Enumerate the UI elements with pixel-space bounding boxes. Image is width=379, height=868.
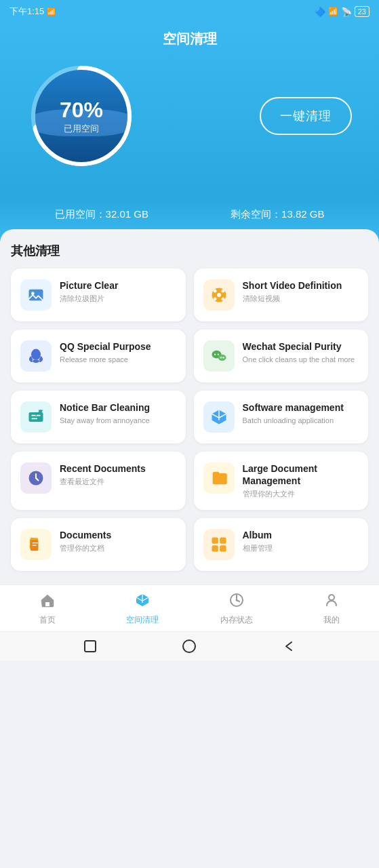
- space-clean-icon: [134, 592, 151, 612]
- section-title: 其他清理: [11, 243, 368, 259]
- picture-clear-text: Picture Clear 清除垃圾图片: [60, 279, 176, 303]
- card-large-doc[interactable]: Large Document Management 管理你的大文件: [194, 452, 369, 510]
- status-right: 🔷 📶 📡 23: [315, 6, 370, 17]
- notice-bar-desc: Stay away from annoyance: [60, 416, 176, 425]
- mine-icon: [323, 592, 340, 612]
- svg-point-15: [217, 354, 218, 355]
- software-mgmt-text: Software management Batch unloading appl…: [243, 401, 359, 425]
- android-home-btn[interactable]: [182, 639, 197, 654]
- svg-rect-26: [212, 545, 218, 551]
- picture-clear-desc: 清除垃圾图片: [60, 294, 176, 303]
- card-documents[interactable]: Documents 管理你的文档: [11, 518, 186, 571]
- gauge-label: 已用空间: [64, 123, 99, 135]
- nav-home[interactable]: 首页: [0, 592, 95, 626]
- gauge-percent: 70%: [60, 98, 103, 123]
- svg-point-5: [213, 290, 216, 293]
- qq-special-desc: Release more space: [60, 355, 176, 364]
- bluetooth-icon: 🔷: [315, 7, 325, 17]
- svg-point-10: [31, 349, 41, 360]
- gauge-container: 70% 已用空间: [27, 62, 136, 170]
- software-mgmt-desc: Batch unloading application: [243, 416, 359, 425]
- short-video-desc: 清除短视频: [243, 294, 359, 303]
- wechat-icon: [203, 340, 235, 372]
- large-doc-title: Large Document Management: [243, 462, 359, 487]
- android-back-btn[interactable]: [281, 639, 296, 654]
- short-video-icon: [203, 279, 235, 311]
- gauge-section: 70% 已用空间 一键清理: [14, 62, 365, 170]
- large-doc-desc: 管理你的大文件: [243, 489, 359, 498]
- album-desc: 相册管理: [243, 543, 359, 553]
- one-click-button[interactable]: 一键清理: [260, 97, 352, 135]
- svg-point-17: [222, 357, 224, 358]
- documents-desc: 管理你的文档: [60, 543, 176, 553]
- svg-point-13: [218, 355, 226, 361]
- svg-point-14: [214, 354, 216, 355]
- card-recent-docs[interactable]: Recent Documents 查看最近文件: [11, 452, 186, 510]
- memory-icon: [228, 592, 245, 612]
- signal-icons: 📶: [47, 7, 56, 16]
- documents-icon: [20, 529, 52, 560]
- cards-grid: Picture Clear 清除垃圾图片 Short Video Definit…: [11, 269, 368, 571]
- qq-icon: [20, 340, 52, 372]
- svg-point-33: [183, 640, 195, 652]
- wechat-special-desc: One click cleans up the chat more: [243, 355, 359, 364]
- card-wechat-special[interactable]: Wechat Special Purity One click cleans u…: [194, 330, 369, 382]
- nav-mine[interactable]: 我的: [284, 592, 379, 626]
- svg-point-6: [221, 290, 224, 293]
- card-notice-bar[interactable]: Notice Bar Cleaning Stay away from annoy…: [11, 391, 186, 443]
- svg-point-16: [220, 357, 221, 358]
- battery-display: 23: [355, 6, 370, 17]
- nav-memory[interactable]: 内存状态: [190, 592, 285, 626]
- nav-mine-label: 我的: [323, 614, 340, 626]
- svg-rect-24: [212, 537, 218, 543]
- wechat-special-title: Wechat Special Purity: [243, 340, 359, 353]
- nav-home-label: 首页: [39, 614, 56, 626]
- svg-rect-25: [220, 537, 226, 543]
- notice-bar-title: Notice Bar Cleaning: [60, 401, 176, 414]
- svg-rect-27: [220, 545, 226, 551]
- wifi-icon: 📡: [341, 7, 352, 17]
- short-video-title: Short Video Definition: [243, 279, 359, 292]
- short-video-text: Short Video Definition 清除短视频: [243, 279, 359, 303]
- bottom-nav: 首页 空间清理 内存状态 我的: [0, 585, 379, 631]
- notice-bar-icon: [20, 401, 52, 433]
- used-space: 已用空间：32.01 GB: [55, 208, 148, 221]
- large-doc-text: Large Document Management 管理你的大文件: [243, 462, 359, 499]
- svg-rect-28: [45, 602, 49, 606]
- svg-rect-32: [85, 641, 96, 652]
- header: 空间清理 70% 已用空间 一键清理: [0, 23, 379, 197]
- main-content: 其他清理 Picture Clear 清除垃圾图片: [0, 229, 379, 585]
- notice-bar-text: Notice Bar Cleaning Stay away from annoy…: [60, 401, 176, 425]
- nav-space-clean-label: 空间清理: [126, 614, 159, 626]
- qq-special-text: QQ Special Purpose Release more space: [60, 340, 176, 364]
- wechat-special-text: Wechat Special Purity One click cleans u…: [243, 340, 359, 364]
- svg-point-9: [217, 293, 221, 297]
- status-bar: 下午1:15 📶 🔷 📶 📡 23: [0, 0, 379, 23]
- android-nav: [0, 631, 379, 660]
- software-mgmt-title: Software management: [243, 401, 359, 414]
- documents-title: Documents: [60, 529, 176, 541]
- time-display: 下午1:15: [9, 5, 44, 18]
- qq-special-title: QQ Special Purpose: [60, 340, 176, 353]
- svg-point-8: [221, 298, 224, 301]
- svg-point-7: [213, 298, 216, 301]
- svg-point-30: [236, 599, 238, 601]
- recent-docs-text: Recent Documents 查看最近文件: [60, 462, 176, 486]
- recent-docs-icon: [20, 462, 52, 494]
- android-square-btn[interactable]: [83, 639, 98, 654]
- card-picture-clear[interactable]: Picture Clear 清除垃圾图片: [11, 269, 186, 321]
- card-short-video[interactable]: Short Video Definition 清除短视频: [194, 269, 369, 321]
- album-icon: [203, 529, 235, 560]
- svg-point-31: [329, 595, 334, 600]
- card-software-mgmt[interactable]: Software management Batch unloading appl…: [194, 391, 369, 443]
- network-icon: 📶: [328, 7, 338, 16]
- album-title: Album: [243, 529, 359, 541]
- large-doc-icon: [203, 462, 235, 494]
- nav-space-clean[interactable]: 空间清理: [95, 592, 190, 626]
- remaining-space: 剩余空间：13.82 GB: [231, 208, 324, 221]
- software-mgmt-icon: [203, 401, 235, 433]
- picture-clear-icon: [20, 279, 52, 311]
- card-qq-special[interactable]: QQ Special Purpose Release more space: [11, 330, 186, 382]
- card-album[interactable]: Album 相册管理: [194, 518, 369, 571]
- gauge-water: 70% 已用空间: [35, 70, 127, 162]
